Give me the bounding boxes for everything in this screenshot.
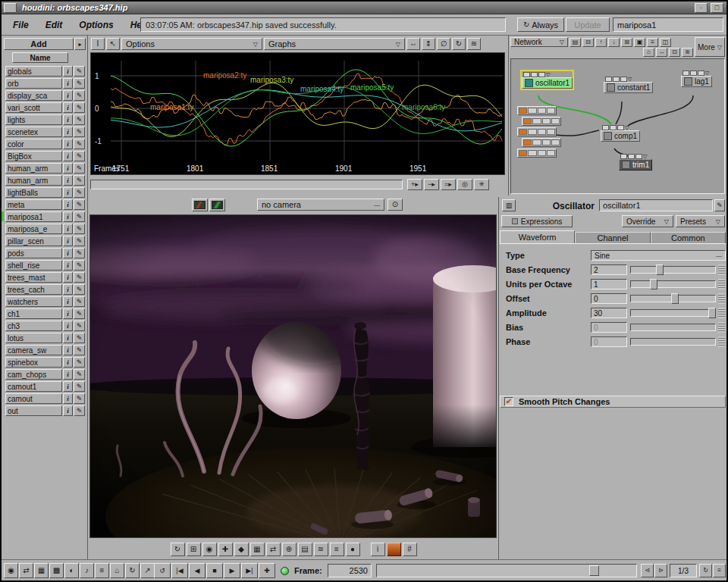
edit-icon[interactable]: ✎ xyxy=(74,187,85,198)
node-flag[interactable] xyxy=(542,139,551,146)
node-flag[interactable] xyxy=(538,129,546,135)
zoom-out-h-button[interactable]: −▸ xyxy=(424,179,439,190)
wave-view-icon[interactable]: ≋ xyxy=(467,38,481,50)
tab-common[interactable]: Common xyxy=(651,232,726,243)
add-view-icon[interactable]: ✚ xyxy=(218,543,233,556)
node-flag[interactable] xyxy=(547,150,555,156)
palette-icon[interactable]: ▤ xyxy=(570,38,581,47)
param-input-amplitude[interactable]: 30 xyxy=(591,308,627,318)
fit-h-button[interactable]: =▸ xyxy=(441,179,456,190)
context-field[interactable]: mariposa1 xyxy=(613,17,723,32)
quad-view-icon[interactable]: ⊞ xyxy=(187,543,201,556)
network-node-small[interactable] xyxy=(522,117,561,126)
network-node-small[interactable] xyxy=(517,106,557,115)
frame-slider-handle[interactable] xyxy=(589,565,599,576)
page-indicator[interactable]: 1/3 xyxy=(670,564,697,577)
network-node-trim1[interactable]: ▽trim1 xyxy=(619,153,652,171)
node-flag-orange[interactable] xyxy=(519,108,527,114)
group-name-button[interactable]: lotus xyxy=(5,333,62,343)
network-node-constant1[interactable]: ▽constant1 xyxy=(604,76,653,93)
stop-button[interactable]: ■ xyxy=(206,563,223,578)
node-flag[interactable] xyxy=(620,154,627,159)
network-node-small[interactable] xyxy=(517,127,557,136)
expressions-toggle[interactable]: Expressions xyxy=(501,215,573,227)
node-flag[interactable] xyxy=(547,108,555,114)
node-flags[interactable]: ▽ xyxy=(620,153,652,159)
export-icon[interactable]: ↗ xyxy=(140,563,155,578)
edit-icon[interactable]: ✎ xyxy=(74,211,85,222)
node-flag[interactable] xyxy=(532,139,541,146)
graph-h-scrollbar[interactable] xyxy=(90,180,403,189)
mirror-icon[interactable]: ⇄ xyxy=(266,543,281,556)
param-input-base-frequency[interactable]: 2 xyxy=(591,264,627,275)
select-tool-icon[interactable]: ↖ xyxy=(106,38,120,50)
play-reverse-button[interactable]: ◀ xyxy=(189,563,206,578)
fit-icon[interactable]: ↔ xyxy=(656,48,667,57)
loop-button[interactable]: ↺ xyxy=(154,563,171,578)
sidebar-menu-button[interactable]: ▸ xyxy=(74,38,86,50)
node-body[interactable]: oscillator1 xyxy=(522,77,573,89)
node-flag[interactable] xyxy=(635,154,642,159)
page-next-button[interactable]: ⊳ xyxy=(654,564,667,577)
asterisk-button[interactable]: ✳ xyxy=(474,179,489,190)
menu-file[interactable]: File xyxy=(13,20,29,30)
info-button[interactable]: i xyxy=(63,127,73,137)
more-button[interactable]: More ▽ xyxy=(695,37,725,57)
group-name-button[interactable]: human_arm xyxy=(5,175,62,186)
edit-icon[interactable]: ✎ xyxy=(74,272,85,283)
value-ladder[interactable] xyxy=(718,279,725,289)
info-button[interactable]: i xyxy=(63,296,73,307)
info-button[interactable]: i xyxy=(63,308,73,319)
pivot-icon[interactable]: ◆ xyxy=(234,543,249,556)
presets-dropdown[interactable]: Presets ▽ xyxy=(676,215,725,227)
edit-icon[interactable]: ✎ xyxy=(74,345,85,355)
group-name-button[interactable]: lights xyxy=(5,114,62,125)
smooth-icon[interactable]: ≋ xyxy=(314,543,328,556)
group-name-button[interactable]: camout1 xyxy=(5,381,62,392)
channel-graph-area[interactable]: 10-1Frames17511801185119011951 mariposa1… xyxy=(90,52,505,175)
network-node-lag1[interactable]: ▽lag1 xyxy=(681,70,712,87)
viewport-3d-scene[interactable] xyxy=(89,214,497,538)
realtime-icon[interactable]: ↻ xyxy=(125,563,140,578)
snapshot-icon[interactable]: ◉ xyxy=(202,543,217,556)
edit-icon[interactable]: ✎ xyxy=(74,308,85,319)
group-name-button[interactable]: cam_chops xyxy=(5,369,62,380)
group-name-button[interactable]: camout xyxy=(5,393,62,404)
node-menu-icon[interactable]: ▽ xyxy=(546,72,550,77)
edit-icon[interactable]: ✎ xyxy=(74,224,85,234)
sync-icon[interactable]: ⇄ xyxy=(19,563,33,578)
camera-lock-icon[interactable]: ⊙ xyxy=(388,199,403,211)
group-name-button[interactable]: mariposa_e xyxy=(5,224,62,234)
home-icon[interactable]: ⌂ xyxy=(643,48,654,57)
value-ladder[interactable] xyxy=(718,322,725,333)
edit-icon[interactable]: ✎ xyxy=(74,175,85,186)
info-button[interactable]: i xyxy=(63,224,73,234)
jump-start-button[interactable]: |◀ xyxy=(171,563,188,578)
node-flag-orange[interactable] xyxy=(523,139,532,146)
node-flags[interactable]: ▽ xyxy=(523,71,573,77)
v-scale-icon[interactable]: ⇕ xyxy=(422,38,435,50)
zoom-in-h-button[interactable]: +▸ xyxy=(407,179,422,190)
node-flag[interactable] xyxy=(690,70,697,76)
group-name-button[interactable]: scenetex xyxy=(5,127,62,137)
list-icon[interactable]: ≡ xyxy=(647,38,658,47)
ghost-icon[interactable]: ◐ xyxy=(64,563,79,578)
param-slider-amplitude[interactable] xyxy=(630,309,716,317)
group-name-button[interactable]: trees_cach xyxy=(5,284,62,295)
node-menu-icon[interactable]: ▽ xyxy=(625,125,629,130)
edit-icon[interactable]: ✎ xyxy=(74,333,85,343)
info-button[interactable]: i xyxy=(63,211,73,222)
value-ladder[interactable] xyxy=(718,264,725,275)
node-flag-orange[interactable] xyxy=(519,129,527,135)
info-button[interactable]: i xyxy=(63,78,73,89)
node-flag[interactable] xyxy=(551,118,560,124)
info-button[interactable]: i xyxy=(63,175,73,186)
add-node-icon[interactable]: ⊞ xyxy=(621,38,632,47)
node-flag[interactable] xyxy=(551,139,560,146)
node-flag[interactable] xyxy=(528,108,536,114)
lights-icon[interactable]: ⊕ xyxy=(282,543,297,556)
frame-slider[interactable] xyxy=(376,564,637,577)
node-flag[interactable] xyxy=(542,118,551,124)
group-name-button[interactable]: out xyxy=(5,405,62,416)
edit-icon[interactable]: ✎ xyxy=(74,369,85,380)
